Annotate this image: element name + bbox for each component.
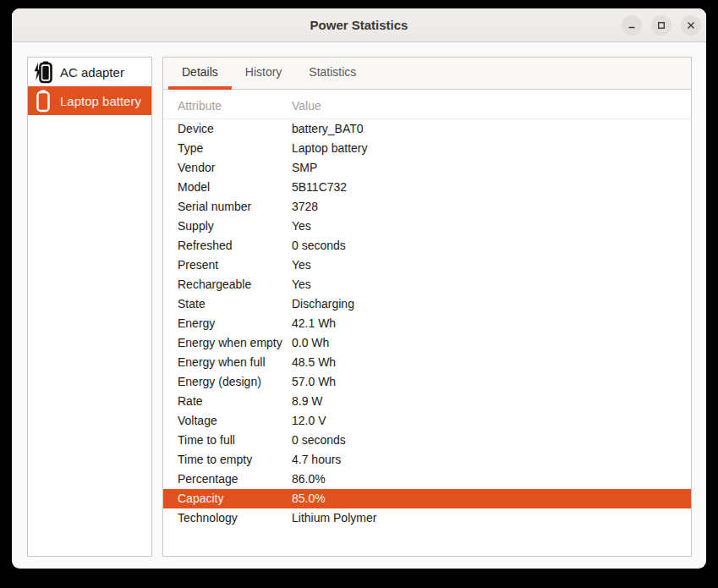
attribute-cell: Refreshed (178, 236, 292, 256)
tab-statistics[interactable]: Statistics (295, 58, 370, 90)
table-row[interactable]: Voltage 12.0 V (163, 411, 691, 431)
table-row[interactable]: Energy when full 48.5 Wh (163, 353, 691, 372)
ac-adapter-battery-icon (32, 60, 54, 84)
value-cell: 57.0 Wh (292, 372, 336, 392)
value-cell: SMP (292, 158, 317, 178)
attribute-cell: State (178, 294, 292, 314)
value-cell: 42.1 Wh (292, 314, 336, 333)
table-row[interactable]: Device battery_BAT0 (163, 119, 691, 139)
table-row[interactable]: State Discharging (163, 294, 691, 314)
table-row[interactable]: Time to empty 4.7 hours (163, 450, 691, 470)
column-header-attribute[interactable]: Attribute (178, 96, 292, 118)
details-table-header: Attribute Value (163, 96, 691, 119)
window-title: Power Statistics (12, 8, 706, 42)
value-cell: Yes (292, 217, 311, 236)
attribute-cell: Type (178, 139, 292, 158)
table-row[interactable]: Vendor SMP (163, 158, 691, 178)
attribute-cell: Technology (178, 508, 292, 528)
attribute-cell: Voltage (178, 411, 292, 431)
value-cell: 0 seconds (292, 431, 346, 450)
table-row[interactable]: Technology Lithium Polymer (163, 508, 691, 528)
attribute-cell: Energy (178, 314, 292, 333)
minimize-icon (627, 20, 637, 30)
table-row[interactable]: Present Yes (163, 256, 691, 275)
attribute-cell: Capacity (178, 489, 292, 508)
attribute-cell: Vendor (178, 158, 292, 178)
value-cell: Lithium Polymer (292, 508, 376, 528)
table-row[interactable]: Rechargeable Yes (163, 275, 691, 294)
sidebar-item-ac-adapter[interactable]: AC adapter (28, 58, 151, 86)
value-cell: 85.0% (292, 489, 326, 508)
attribute-cell: Model (178, 178, 292, 197)
value-cell: battery_BAT0 (292, 119, 364, 139)
value-cell: Laptop battery (292, 139, 368, 158)
attribute-cell: Present (178, 256, 292, 275)
sidebar-item-label: Laptop battery (60, 94, 141, 108)
value-cell: Yes (292, 275, 311, 294)
value-cell: 12.0 V (292, 411, 326, 431)
value-cell: 3728 (292, 197, 318, 217)
close-button[interactable] (681, 15, 701, 36)
details-table: Attribute Value Device battery_BAT0 Type… (163, 90, 691, 556)
sidebar-item-label: AC adapter (60, 65, 124, 80)
table-row[interactable]: Energy (design) 57.0 Wh (163, 372, 691, 392)
power-statistics-window: Power Statistics (12, 8, 706, 569)
table-row[interactable]: Percentage 86.0% (163, 470, 691, 489)
attribute-cell: Percentage (178, 470, 292, 489)
device-list: AC adapter Laptop battery (27, 57, 152, 557)
table-row[interactable]: Supply Yes (163, 217, 691, 236)
maximize-button[interactable] (651, 15, 671, 36)
tab-history[interactable]: History (232, 58, 296, 90)
attribute-cell: Energy when empty (178, 333, 292, 353)
screen-background: Power Statistics (0, 0, 718, 588)
sidebar-item-laptop-battery[interactable]: Laptop battery (28, 86, 151, 115)
headerbar[interactable]: Power Statistics (12, 8, 706, 42)
column-header-value[interactable]: Value (292, 96, 321, 118)
details-panel: Details History Statistics Attribute Val… (162, 57, 692, 557)
table-row[interactable]: Capacity 85.0% (163, 489, 691, 508)
value-cell: 48.5 Wh (292, 353, 336, 372)
table-row[interactable]: Serial number 3728 (163, 197, 691, 217)
close-icon (686, 20, 696, 30)
attribute-cell: Supply (178, 217, 292, 236)
value-cell: Discharging (292, 294, 354, 314)
maximize-icon (656, 20, 666, 30)
attribute-cell: Energy when full (178, 353, 292, 372)
minimize-button[interactable] (622, 15, 642, 36)
window-controls (622, 15, 701, 36)
value-cell: 5B11C732 (292, 178, 347, 197)
table-row[interactable]: Refreshed 0 seconds (163, 236, 691, 256)
table-row[interactable]: Type Laptop battery (163, 139, 691, 158)
value-cell: 8.9 W (292, 392, 323, 411)
tab-details[interactable]: Details (168, 58, 232, 90)
attribute-cell: Energy (design) (178, 372, 292, 392)
table-row[interactable]: Energy 42.1 Wh (163, 314, 691, 333)
table-row[interactable]: Model 5B11C732 (163, 178, 691, 197)
attribute-cell: Rate (178, 392, 292, 411)
value-cell: 0.0 Wh (292, 333, 329, 353)
tab-bar: Details History Statistics (163, 58, 691, 90)
attribute-cell: Time to empty (178, 450, 292, 470)
attribute-cell: Time to full (178, 431, 292, 450)
table-row[interactable]: Time to full 0 seconds (163, 431, 691, 450)
attribute-cell: Rechargeable (178, 275, 292, 294)
value-cell: 86.0% (292, 470, 326, 489)
table-row[interactable]: Rate 8.9 W (163, 392, 691, 411)
value-cell: 4.7 hours (292, 450, 341, 470)
value-cell: 0 seconds (292, 236, 346, 256)
details-table-body: Device battery_BAT0 Type Laptop battery … (163, 119, 691, 528)
attribute-cell: Device (178, 119, 292, 139)
value-cell: Yes (292, 256, 311, 275)
attribute-cell: Serial number (178, 197, 292, 217)
laptop-battery-icon (32, 89, 54, 113)
table-row[interactable]: Energy when empty 0.0 Wh (163, 333, 691, 353)
